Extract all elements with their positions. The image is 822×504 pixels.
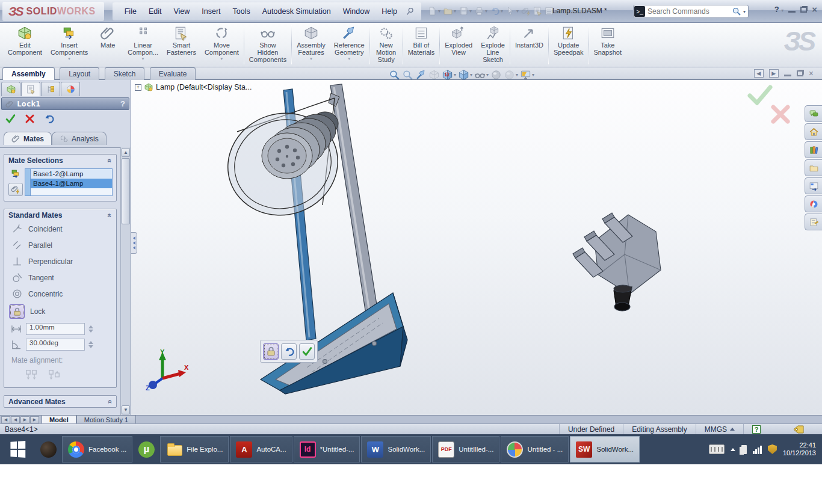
mate-type-concentric[interactable]: Concentric [4, 286, 116, 302]
mate-selections-header[interactable]: Mate Selections « [4, 155, 116, 166]
take-snapshot-button[interactable]: Take Snapshot [590, 23, 626, 67]
tag-icon[interactable] [793, 425, 804, 434]
property-manager-help-icon[interactable]: ? [120, 99, 125, 108]
minimize-button[interactable] [788, 7, 796, 13]
view-settings-icon[interactable]: ▾ [520, 69, 534, 81]
mate-selection-item[interactable]: Base1-2@Lamp [31, 169, 112, 179]
assembly-features-button[interactable]: Assembly Features▾ [292, 23, 330, 67]
tab-assembly[interactable]: Assembly [2, 67, 55, 80]
new-document-button[interactable]: ▾ [427, 6, 442, 16]
next-tab-button[interactable]: ▶ [20, 416, 29, 423]
help-button[interactable]: ? ▾ [774, 5, 784, 14]
confirmation-corner-cancel-icon[interactable] [770, 104, 791, 124]
taskb ar-paint[interactable]: Untitled - ... [501, 436, 569, 463]
bill-of-materials-button[interactable]: Bill of Materials [404, 23, 439, 67]
distance-input[interactable]: 1.00mm [26, 323, 85, 335]
file-properties-button[interactable] [533, 6, 543, 16]
zoom-to-area-icon[interactable] [402, 69, 413, 81]
pin-menu-icon[interactable] [406, 7, 415, 16]
close-button[interactable]: × [812, 7, 817, 13]
popup-undo-button[interactable] [281, 343, 297, 360]
popup-ok-button[interactable] [299, 343, 315, 360]
display-style-icon[interactable]: ▾ [458, 69, 472, 81]
tab-analysis[interactable]: Analysis [52, 132, 107, 145]
undo-button[interactable] [43, 113, 55, 124]
tree-expand-icon[interactable]: + [135, 84, 141, 91]
tab-mates[interactable]: Mates [4, 132, 52, 145]
linear-component-pattern-button[interactable]: Linear Compon...▾ [123, 23, 162, 67]
aligned-button[interactable] [25, 368, 38, 381]
apply-scene-icon[interactable]: ▾ [504, 69, 518, 81]
print-button[interactable]: ▾ [474, 6, 489, 16]
menu-edit[interactable]: Edit [143, 5, 168, 18]
instant3d-button[interactable]: Instant3D [511, 23, 548, 67]
property-manager-tab[interactable] [21, 82, 40, 96]
previous-document-button[interactable]: ◀ [754, 69, 764, 78]
show-hidden-icons-button[interactable] [731, 448, 735, 451]
smart-fasteners-button[interactable]: Smart Fasteners [162, 23, 200, 67]
restore-button[interactable] [800, 7, 807, 13]
taskbar-clock[interactable]: 22:41 10/12/2013 [783, 441, 816, 457]
mate-type-parallel[interactable]: Parallel [4, 237, 116, 253]
menu-help[interactable]: Help [375, 5, 403, 18]
lock-mate-button-selected[interactable] [9, 304, 25, 319]
last-tab-button[interactable]: ▶ [30, 416, 39, 423]
insert-components-button[interactable]: Insert Components▾ [46, 23, 92, 67]
ok-button[interactable] [5, 113, 16, 124]
touch-keyboard-icon[interactable] [709, 444, 725, 454]
previous-tab-button[interactable]: ◀ [11, 416, 20, 423]
design-library-tab[interactable] [805, 141, 822, 158]
appearances-scenes-tab[interactable] [805, 195, 822, 212]
search-dropdown-caret[interactable]: ▾ [743, 9, 746, 14]
popup-lock-mate-button[interactable] [263, 343, 279, 360]
show-hidden-components-button[interactable]: Show Hidden Components [245, 23, 291, 67]
tab-sketch[interactable]: Sketch [105, 67, 145, 80]
pinned-app-dark[interactable] [35, 434, 61, 464]
rebuild-button[interactable] [521, 6, 531, 16]
doc-minimize-button[interactable] [784, 69, 791, 78]
antivirus-icon[interactable] [768, 444, 777, 454]
angle-input[interactable]: 30.00deg [26, 339, 85, 351]
next-document-button[interactable]: ▶ [769, 69, 779, 78]
resources-home-tab[interactable] [805, 123, 822, 140]
mate-type-coincident[interactable]: Coincident [4, 221, 116, 237]
collapse-chevron-icon[interactable]: « [106, 214, 114, 218]
tab-evaluate[interactable]: Evaluate [150, 67, 196, 80]
scroll-up-button[interactable]: ▲ [122, 148, 130, 157]
edit-appearance-icon[interactable] [490, 69, 502, 81]
mate-selections-list[interactable]: Base1-2@Lamp Base4-1@Lamp [30, 168, 113, 196]
usb-device-icon[interactable] [741, 445, 747, 454]
model-tab[interactable]: Model [42, 415, 76, 423]
select-button[interactable]: ▾ [505, 6, 520, 16]
menu-autodesk-simulation[interactable]: Autodesk Simulation [256, 5, 337, 18]
view-orientation-icon[interactable]: ▾ [442, 69, 456, 81]
distance-spinner[interactable] [88, 325, 93, 333]
move-component-button[interactable]: Move Component▾ [200, 23, 243, 67]
taskbar-indesign[interactable]: Id*Untitled-... [294, 436, 360, 463]
collapse-chevron-icon[interactable]: « [106, 159, 114, 163]
network-signal-icon[interactable] [753, 445, 762, 454]
save-button[interactable]: ▾ [459, 6, 473, 16]
doc-close-button[interactable]: × [809, 69, 814, 78]
edit-component-button[interactable]: Edit Component [4, 23, 46, 67]
hide-show-items-icon[interactable]: ▾ [474, 69, 489, 81]
view-palette-tab[interactable] [805, 177, 822, 194]
quick-tips-help-icon[interactable]: ? [752, 425, 761, 434]
menu-tools[interactable]: Tools [227, 5, 256, 18]
multiple-mate-mode-button[interactable] [8, 183, 23, 196]
search-commands-box[interactable]: >_ ▾ [633, 5, 749, 18]
explode-line-sketch-button[interactable]: Explode Line Sketch [477, 23, 509, 67]
panel-splitter-handle[interactable] [131, 232, 137, 254]
search-commands-input[interactable] [645, 7, 732, 16]
taskbar-solidworks-active[interactable]: SWSolidWork... [570, 436, 640, 463]
previous-view-icon[interactable] [415, 69, 427, 81]
mate-type-tangent[interactable]: Tangent [4, 269, 116, 286]
forum-tab[interactable] [805, 105, 822, 122]
feature-manager-tab[interactable] [1, 82, 20, 96]
taskbar-file-explorer[interactable]: File Explo... [160, 436, 229, 463]
mate-type-perpendicular[interactable]: Perpendicular [4, 253, 116, 269]
taskbar-utorrent[interactable]: µ [133, 434, 159, 464]
start-button[interactable] [0, 434, 35, 464]
search-icon[interactable] [732, 7, 741, 16]
plug-component[interactable] [573, 213, 661, 311]
